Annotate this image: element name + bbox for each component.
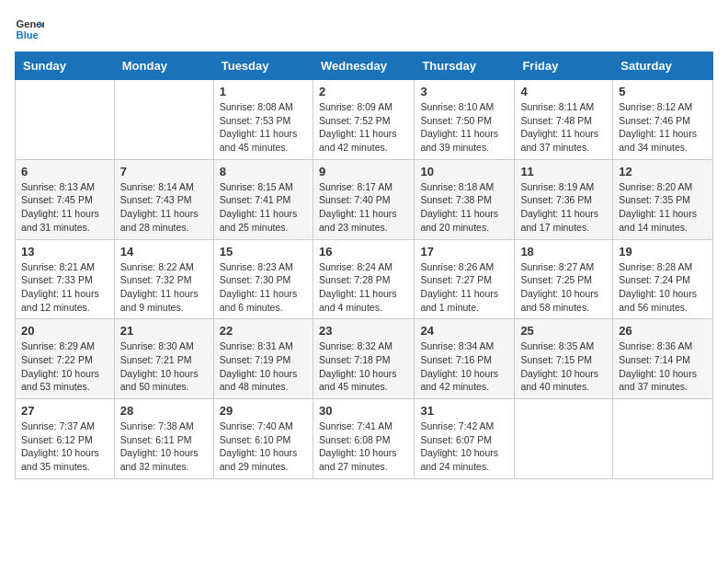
day-info: Sunrise: 8:13 AM Sunset: 7:45 PM Dayligh… [21,180,108,235]
calendar-cell: 29Sunrise: 7:40 AM Sunset: 6:10 PM Dayli… [213,399,313,479]
calendar-cell [16,80,115,160]
day-number: 25 [520,324,607,338]
day-info: Sunrise: 8:36 AM Sunset: 7:14 PM Dayligh… [619,339,707,394]
col-header-thursday: Thursday [415,52,515,80]
week-row-4: 20Sunrise: 8:29 AM Sunset: 7:22 PM Dayli… [16,319,713,399]
col-header-sunday: Sunday [16,52,115,80]
day-number: 23 [319,324,408,338]
day-number: 28 [120,404,208,418]
calendar-cell: 18Sunrise: 8:27 AM Sunset: 7:25 PM Dayli… [515,239,613,319]
calendar-cell: 22Sunrise: 8:31 AM Sunset: 7:19 PM Dayli… [213,319,313,399]
day-number: 19 [619,245,707,259]
day-info: Sunrise: 8:32 AM Sunset: 7:18 PM Dayligh… [319,339,408,394]
day-info: Sunrise: 7:40 AM Sunset: 6:10 PM Dayligh… [220,419,307,474]
calendar-cell: 4Sunrise: 8:11 AM Sunset: 7:48 PM Daylig… [515,80,613,160]
day-number: 26 [619,324,707,338]
day-number: 13 [21,245,108,259]
day-number: 7 [120,165,208,178]
day-number: 21 [120,324,208,338]
day-info: Sunrise: 8:14 AM Sunset: 7:43 PM Dayligh… [120,180,208,235]
logo: General Blue [15,15,48,44]
day-number: 17 [420,245,508,259]
day-number: 31 [420,404,508,418]
day-info: Sunrise: 8:10 AM Sunset: 7:50 PM Dayligh… [420,100,508,155]
day-number: 30 [319,404,408,418]
calendar-cell: 2Sunrise: 8:09 AM Sunset: 7:52 PM Daylig… [313,80,414,160]
day-info: Sunrise: 7:42 AM Sunset: 6:07 PM Dayligh… [420,419,508,474]
day-info: Sunrise: 8:21 AM Sunset: 7:33 PM Dayligh… [21,260,108,315]
week-row-2: 6Sunrise: 8:13 AM Sunset: 7:45 PM Daylig… [16,159,713,239]
week-row-1: 1Sunrise: 8:08 AM Sunset: 7:53 PM Daylig… [16,80,713,160]
header: General Blue [15,15,713,44]
day-number: 1 [220,85,307,98]
calendar-cell: 20Sunrise: 8:29 AM Sunset: 7:22 PM Dayli… [16,319,115,399]
week-row-3: 13Sunrise: 8:21 AM Sunset: 7:33 PM Dayli… [16,239,713,319]
col-header-saturday: Saturday [613,52,713,80]
calendar-cell: 9Sunrise: 8:17 AM Sunset: 7:40 PM Daylig… [313,159,414,239]
calendar-cell: 21Sunrise: 8:30 AM Sunset: 7:21 PM Dayli… [114,319,213,399]
calendar-cell: 17Sunrise: 8:26 AM Sunset: 7:27 PM Dayli… [415,239,515,319]
day-info: Sunrise: 8:26 AM Sunset: 7:27 PM Dayligh… [420,260,508,315]
day-number: 5 [619,85,707,98]
day-number: 22 [220,324,307,338]
day-info: Sunrise: 8:17 AM Sunset: 7:40 PM Dayligh… [319,180,408,235]
day-number: 14 [120,245,208,259]
day-number: 4 [520,85,607,98]
day-number: 18 [520,245,607,259]
day-info: Sunrise: 8:35 AM Sunset: 7:15 PM Dayligh… [520,339,607,394]
day-info: Sunrise: 8:09 AM Sunset: 7:52 PM Dayligh… [319,100,408,155]
calendar-cell [114,80,213,160]
day-info: Sunrise: 8:30 AM Sunset: 7:21 PM Dayligh… [120,339,208,394]
day-number: 9 [319,165,408,178]
day-info: Sunrise: 7:37 AM Sunset: 6:12 PM Dayligh… [21,419,108,474]
day-info: Sunrise: 8:12 AM Sunset: 7:46 PM Dayligh… [619,100,707,155]
day-number: 27 [21,404,108,418]
day-number: 29 [220,404,307,418]
calendar-cell: 5Sunrise: 8:12 AM Sunset: 7:46 PM Daylig… [613,80,713,160]
week-row-5: 27Sunrise: 7:37 AM Sunset: 6:12 PM Dayli… [16,399,713,479]
calendar-cell: 30Sunrise: 7:41 AM Sunset: 6:08 PM Dayli… [313,399,414,479]
calendar-cell: 23Sunrise: 8:32 AM Sunset: 7:18 PM Dayli… [313,319,414,399]
calendar-cell: 6Sunrise: 8:13 AM Sunset: 7:45 PM Daylig… [16,159,115,239]
day-info: Sunrise: 8:08 AM Sunset: 7:53 PM Dayligh… [220,100,307,155]
day-number: 2 [319,85,408,98]
day-info: Sunrise: 8:24 AM Sunset: 7:28 PM Dayligh… [319,260,408,315]
day-info: Sunrise: 8:18 AM Sunset: 7:38 PM Dayligh… [420,180,508,235]
calendar-cell: 1Sunrise: 8:08 AM Sunset: 7:53 PM Daylig… [213,80,313,160]
col-header-friday: Friday [515,52,613,80]
day-info: Sunrise: 7:41 AM Sunset: 6:08 PM Dayligh… [319,419,408,474]
day-info: Sunrise: 8:20 AM Sunset: 7:35 PM Dayligh… [619,180,707,235]
calendar-cell: 3Sunrise: 8:10 AM Sunset: 7:50 PM Daylig… [415,80,515,160]
calendar-cell: 24Sunrise: 8:34 AM Sunset: 7:16 PM Dayli… [415,319,515,399]
logo-icon: General Blue [15,15,44,44]
day-info: Sunrise: 8:34 AM Sunset: 7:16 PM Dayligh… [420,339,508,394]
col-header-tuesday: Tuesday [213,52,313,80]
calendar-cell: 7Sunrise: 8:14 AM Sunset: 7:43 PM Daylig… [114,159,213,239]
calendar-cell [515,399,613,479]
day-number: 3 [420,85,508,98]
svg-text:Blue: Blue [17,29,39,40]
calendar-cell: 31Sunrise: 7:42 AM Sunset: 6:07 PM Dayli… [415,399,515,479]
day-info: Sunrise: 8:29 AM Sunset: 7:22 PM Dayligh… [21,339,108,394]
day-info: Sunrise: 8:15 AM Sunset: 7:41 PM Dayligh… [220,180,307,235]
day-number: 10 [420,165,508,178]
calendar-cell: 19Sunrise: 8:28 AM Sunset: 7:24 PM Dayli… [613,239,713,319]
calendar-cell: 25Sunrise: 8:35 AM Sunset: 7:15 PM Dayli… [515,319,613,399]
day-number: 24 [420,324,508,338]
calendar-cell: 27Sunrise: 7:37 AM Sunset: 6:12 PM Dayli… [16,399,115,479]
day-info: Sunrise: 8:31 AM Sunset: 7:19 PM Dayligh… [220,339,307,394]
day-info: Sunrise: 8:23 AM Sunset: 7:30 PM Dayligh… [220,260,307,315]
day-number: 15 [220,245,307,259]
day-info: Sunrise: 8:19 AM Sunset: 7:36 PM Dayligh… [520,180,607,235]
calendar-header-row: SundayMondayTuesdayWednesdayThursdayFrid… [16,52,713,80]
calendar-cell: 16Sunrise: 8:24 AM Sunset: 7:28 PM Dayli… [313,239,414,319]
day-info: Sunrise: 8:11 AM Sunset: 7:48 PM Dayligh… [520,100,607,155]
calendar-cell: 10Sunrise: 8:18 AM Sunset: 7:38 PM Dayli… [415,159,515,239]
day-info: Sunrise: 8:22 AM Sunset: 7:32 PM Dayligh… [120,260,208,315]
calendar-cell: 13Sunrise: 8:21 AM Sunset: 7:33 PM Dayli… [16,239,115,319]
calendar-cell: 28Sunrise: 7:38 AM Sunset: 6:11 PM Dayli… [114,399,213,479]
day-info: Sunrise: 8:27 AM Sunset: 7:25 PM Dayligh… [520,260,607,315]
day-number: 11 [520,165,607,178]
day-number: 12 [619,165,707,178]
day-number: 6 [21,165,108,178]
